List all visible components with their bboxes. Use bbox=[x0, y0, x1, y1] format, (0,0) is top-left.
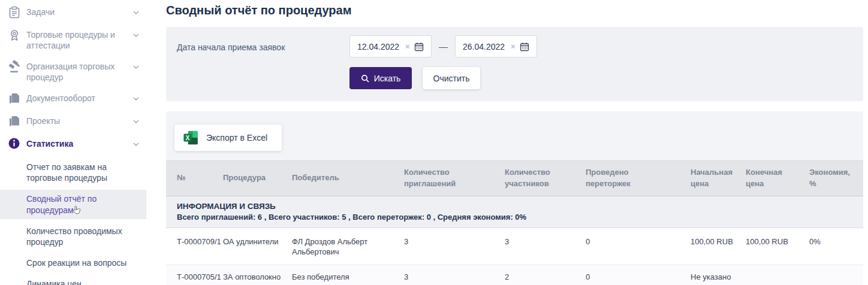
submenu-item-label: Динамика цен bbox=[26, 279, 82, 285]
export-excel-button[interactable]: X Экспорт в Excel bbox=[174, 125, 282, 151]
submenu-item-label: Количество проводимых процедур bbox=[26, 226, 122, 247]
documents-icon bbox=[8, 92, 22, 105]
chevron-down-icon bbox=[133, 120, 139, 123]
winner-link[interactable]: ФЛ Дроздов Альберт Альбертович bbox=[292, 228, 404, 265]
group-summary: Всего приглашений: 6 , Всего участников:… bbox=[177, 213, 852, 222]
submenu-item-procedures-count[interactable]: Количество проводимых процедур bbox=[0, 222, 146, 251]
savings-percent bbox=[809, 265, 852, 285]
submenu-item-applications-report[interactable]: Отчет по заявкам на торговые процедуры bbox=[0, 158, 146, 187]
submenu-item-label: Отчет по заявкам на торговые процедуры bbox=[26, 162, 107, 183]
procedure-number-link[interactable]: Т-0000709/1 bbox=[177, 228, 223, 265]
app-root: Задачи Торговые процедуры и аттестации О… bbox=[0, 0, 868, 285]
chevron-down-icon bbox=[133, 34, 139, 37]
sidebar-item-trade-procedures[interactable]: Торговые процедуры и аттестации bbox=[0, 29, 146, 51]
column-header: Победитель bbox=[292, 166, 404, 190]
invitations-count: 3 bbox=[404, 228, 505, 265]
filter-panel: Дата начала приема заявок × — × bbox=[166, 27, 863, 101]
sidebar-item-label: Организация торговых процедур bbox=[26, 60, 131, 83]
statistics-submenu: Отчет по заявкам на торговые процедуры С… bbox=[0, 158, 146, 285]
sidebar-item-projects[interactable]: Проекты bbox=[0, 115, 146, 128]
calendar-icon[interactable] bbox=[414, 42, 424, 51]
start-price: 100,00 RUB bbox=[691, 228, 746, 265]
column-header: № bbox=[177, 166, 223, 190]
chevron-down-icon bbox=[133, 65, 139, 69]
date-range: × — × bbox=[349, 35, 537, 57]
search-button-label: Искать bbox=[374, 74, 401, 83]
sidebar-item-document-flow[interactable]: Документооборот bbox=[0, 92, 146, 105]
date-from-field[interactable]: × bbox=[349, 35, 432, 57]
column-header: Процедура bbox=[223, 166, 292, 190]
gavel-icon bbox=[8, 60, 22, 74]
clear-date-icon[interactable]: × bbox=[511, 43, 516, 50]
column-header: Проведено переторжек bbox=[586, 161, 691, 196]
table-header-row: № Процедура Победитель Количество пригла… bbox=[166, 160, 863, 196]
main-content: Сводный отчёт по процедурам Дата начала … bbox=[146, 0, 868, 285]
column-header: Конечная цена bbox=[746, 161, 809, 196]
rebiddings-count: 0 bbox=[586, 265, 691, 285]
sidebar-item-label: Задачи bbox=[26, 6, 131, 18]
sidebar: Задачи Торговые процедуры и аттестации О… bbox=[0, 0, 146, 285]
sidebar-item-statistics[interactable]: Статистика bbox=[0, 138, 146, 151]
procedure-link[interactable]: ОА удлинители bbox=[223, 228, 292, 265]
svg-text:X: X bbox=[186, 135, 190, 141]
sidebar-item-tasks[interactable]: Задачи bbox=[0, 6, 146, 19]
report-panel: X Экспорт в Excel № Процедура Победитель… bbox=[166, 111, 863, 285]
savings-percent: 0% bbox=[809, 228, 852, 265]
procedure-number-link[interactable]: Т-0000705/1 bbox=[177, 265, 223, 285]
submenu-item-label: Срок реакции на вопросы bbox=[26, 258, 126, 268]
procedure-link[interactable]: ЗА оптоволокно bbox=[223, 265, 292, 285]
winner-text: Без победителя bbox=[292, 265, 404, 285]
column-header: Начальная цена bbox=[691, 161, 746, 196]
excel-icon: X bbox=[183, 130, 199, 145]
column-header: Экономия, % bbox=[809, 161, 867, 196]
hand-cursor-icon bbox=[73, 205, 81, 216]
group-title: ИНФОРМАЦИЯ И СВЯЗЬ bbox=[177, 202, 852, 211]
invitations-count: 3 bbox=[404, 265, 505, 285]
report-table: № Процедура Победитель Количество пригла… bbox=[166, 160, 863, 285]
search-button[interactable]: Искать bbox=[349, 67, 412, 89]
chevron-down-icon bbox=[133, 97, 139, 101]
sidebar-item-label: Торговые процедуры и аттестации bbox=[26, 29, 131, 51]
clear-button-label: Очистить bbox=[433, 74, 470, 83]
clear-button[interactable]: Очистить bbox=[423, 67, 480, 89]
participants-count: 3 bbox=[505, 228, 586, 265]
date-to-field[interactable]: × bbox=[455, 35, 537, 57]
table-row: Т-0000705/1 ЗА оптоволокно Без победител… bbox=[166, 265, 863, 285]
sidebar-item-label: Статистика bbox=[26, 138, 131, 150]
clipboard-icon bbox=[8, 6, 22, 19]
chevron-down-icon bbox=[133, 142, 139, 146]
award-icon bbox=[8, 29, 22, 42]
final-price bbox=[746, 265, 809, 285]
documents-icon bbox=[8, 115, 22, 128]
info-icon bbox=[8, 138, 22, 151]
chevron-down-icon bbox=[133, 11, 139, 14]
column-header: Количество участников bbox=[505, 161, 586, 196]
start-price: Не указано bbox=[691, 265, 746, 285]
submenu-item-summary-report[interactable]: Сводный отчёт по процедурам bbox=[0, 190, 146, 219]
table-group-row: ИНФОРМАЦИЯ И СВЯЗЬ Всего приглашений: 6 … bbox=[166, 196, 863, 228]
final-price: 100,00 RUB bbox=[746, 228, 809, 265]
sidebar-item-label: Документооборот bbox=[26, 92, 131, 104]
export-excel-label: Экспорт в Excel bbox=[206, 133, 267, 142]
column-header: Количество приглашений bbox=[404, 161, 505, 196]
page-title: Сводный отчёт по процедурам bbox=[166, 4, 863, 17]
sidebar-item-organization-procedures[interactable]: Организация торговых процедур bbox=[0, 60, 146, 83]
sidebar-item-label: Проекты bbox=[26, 115, 131, 127]
search-icon bbox=[361, 74, 369, 83]
date-from-input[interactable] bbox=[357, 42, 404, 51]
filter-label: Дата начала приема заявок bbox=[177, 41, 349, 52]
table-row: Т-0000709/1 ОА удлинители ФЛ Дроздов Аль… bbox=[166, 228, 863, 265]
participants-count: 2 bbox=[505, 265, 586, 285]
submenu-item-reaction-time[interactable]: Срок реакции на вопросы bbox=[0, 254, 146, 272]
date-to-input[interactable] bbox=[463, 42, 510, 51]
calendar-icon[interactable] bbox=[520, 42, 529, 51]
clear-date-icon[interactable]: × bbox=[405, 43, 410, 50]
rebiddings-count: 0 bbox=[586, 228, 691, 265]
range-separator: — bbox=[439, 41, 448, 51]
submenu-item-price-dynamics[interactable]: Динамика цен bbox=[0, 275, 146, 285]
submenu-item-label: Сводный отчёт по процедурам bbox=[26, 194, 97, 214]
